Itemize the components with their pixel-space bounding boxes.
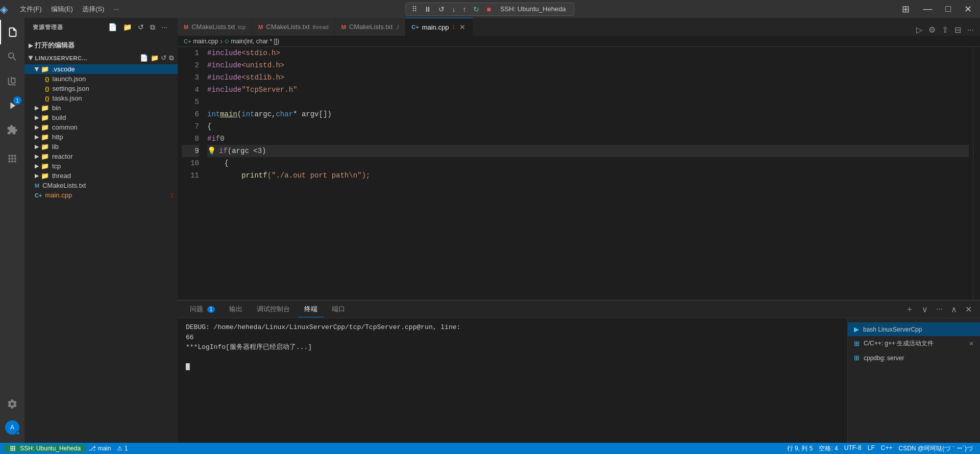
- tcp-folder-item[interactable]: ▶ 📁 tcp: [24, 161, 178, 171]
- remote-status[interactable]: SSH: Ubuntu_Heheda: [4, 445, 86, 452]
- code-content[interactable]: #include <stdio.h> #include <unistd.h> #…: [203, 47, 973, 300]
- output-tab[interactable]: 输出: [223, 301, 249, 317]
- git-branch[interactable]: ⎇ main: [86, 445, 114, 452]
- tab-cmake-thread[interactable]: M CMakeLists.txt thread: [252, 18, 335, 36]
- editor-scrollbar[interactable]: [973, 47, 980, 300]
- collapse-btn[interactable]: ⧉: [148, 22, 157, 33]
- run-activity-icon[interactable]: 1: [0, 93, 24, 118]
- build-folder-item[interactable]: ▶ 📁 build: [24, 113, 178, 122]
- debug-step-into-icon[interactable]: ↓: [450, 4, 457, 14]
- new-file-icon[interactable]: 📄: [140, 54, 149, 62]
- cmake-root-dir: ./: [396, 24, 399, 30]
- bash-session[interactable]: ▶ bash LinuxServerCpp: [848, 322, 980, 336]
- ports-tab[interactable]: 端口: [326, 301, 351, 317]
- close-button[interactable]: ✕: [958, 2, 978, 17]
- add-terminal-btn[interactable]: ＋: [903, 303, 916, 316]
- lib-folder-item[interactable]: ▶ 📁 lib: [24, 142, 178, 152]
- layout-button[interactable]: ⊞: [896, 2, 916, 17]
- reactor-folder-item[interactable]: ▶ 📁 reactor: [24, 152, 178, 161]
- settings-json-item[interactable]: {} settings.json: [24, 84, 178, 93]
- main-cpp-badge: 1: [170, 192, 174, 198]
- new-folder-icon[interactable]: 📁: [151, 54, 159, 62]
- refresh-btn[interactable]: ↺: [136, 22, 146, 33]
- new-file-btn[interactable]: 📄: [106, 22, 119, 33]
- maximize-panel-btn[interactable]: ∧: [949, 304, 959, 315]
- debug-step-out-icon[interactable]: ↑: [460, 4, 468, 14]
- open-editors-header[interactable]: ▶ 打开的编辑器: [24, 39, 178, 52]
- language-mode[interactable]: C++: [878, 444, 896, 453]
- vscode-folder-item[interactable]: ▶ 📁 .vscode: [24, 64, 178, 74]
- remote-activity-icon[interactable]: [0, 146, 24, 171]
- panel-tabs: 问题 1 输出 调试控制台 终端 端口 ＋ ∨ ···: [178, 300, 980, 318]
- main-cpp-close[interactable]: ✕: [458, 22, 467, 32]
- cmake-tab-icon-1: M: [184, 24, 188, 30]
- errors-warnings[interactable]: ⚠ 1: [114, 445, 131, 452]
- terminal-line-1: DEBUG: /home/heheda/Linux/LinuxServerCpp…: [186, 322, 839, 333]
- tab-cmake-root[interactable]: M CMakeLists.txt ./: [335, 18, 406, 36]
- vscode-logo: ◈: [0, 3, 8, 15]
- edit-menu[interactable]: 编辑(E): [47, 3, 77, 16]
- select-menu[interactable]: 选择(S): [78, 3, 108, 16]
- more-tab-actions[interactable]: ···: [965, 24, 976, 36]
- bin-folder-item[interactable]: ▶ 📁 bin: [24, 103, 178, 113]
- terminal-output[interactable]: DEBUG: /home/heheda/Linux/LinuxServerCpp…: [178, 318, 847, 443]
- debug-grid-icon[interactable]: ⠿: [410, 4, 419, 14]
- http-folder-item[interactable]: ▶ 📁 http: [24, 132, 178, 142]
- cursor-position[interactable]: 行 9, 列 5: [784, 444, 816, 453]
- collapse-icon[interactable]: ⧉: [169, 54, 174, 62]
- cmake-file-item[interactable]: M CMakeLists.txt: [24, 181, 178, 190]
- close-panel-btn[interactable]: ✕: [963, 304, 974, 315]
- upload-btn[interactable]: ⇪: [940, 24, 950, 36]
- run-file-btn[interactable]: ▷: [914, 24, 924, 36]
- split-editor-btn[interactable]: ⊟: [952, 24, 963, 36]
- breadcrumb: C+ main.cpp › ◇ main(int, char * []): [178, 36, 980, 47]
- line-ending[interactable]: LF: [865, 444, 878, 453]
- minimize-button[interactable]: —: [917, 2, 938, 16]
- include-str: <unistd.h>: [241, 59, 284, 71]
- cpp-build-session[interactable]: ⊞ C/C++: g++ 生成活动文件 ✕: [848, 336, 980, 351]
- more-menu[interactable]: ···: [109, 3, 123, 15]
- explorer-activity-icon[interactable]: [0, 20, 24, 44]
- tab-main-cpp[interactable]: C+ main.cpp 1 ✕: [405, 18, 473, 36]
- debug-session[interactable]: ⊞ cppdbg: server: [848, 351, 980, 365]
- extensions-activity-icon[interactable]: [0, 118, 24, 142]
- new-folder-btn[interactable]: 📁: [121, 22, 134, 33]
- main-cpp-item[interactable]: C+ main.cpp 1: [24, 190, 178, 200]
- thread-folder-item[interactable]: ▶ 📁 thread: [24, 171, 178, 181]
- sidebar-actions: 📄 📁 ↺ ⧉ ···: [106, 22, 169, 33]
- launch-json-item[interactable]: {} launch.json: [24, 74, 178, 84]
- cpp-build-close[interactable]: ✕: [969, 340, 974, 347]
- include-kw: #include: [207, 84, 241, 96]
- debug-pause-icon[interactable]: ⏸: [422, 4, 433, 14]
- tab-cmake-tcp[interactable]: M CMakeLists.txt tcp: [178, 18, 252, 36]
- settings-tab-btn[interactable]: ⚙: [926, 24, 938, 36]
- cmake-tab-icon-3: M: [341, 24, 346, 30]
- source-control-activity-icon[interactable]: [0, 69, 24, 93]
- more-actions-btn[interactable]: ···: [159, 22, 169, 33]
- debug-step-over-icon[interactable]: ↺: [436, 4, 447, 14]
- code-line-5: [207, 96, 969, 108]
- split-terminal-btn[interactable]: ∨: [920, 304, 930, 315]
- file-menu[interactable]: 文件(F): [16, 3, 46, 16]
- problems-tab[interactable]: 问题 1: [184, 301, 221, 317]
- more-panel-btn[interactable]: ···: [934, 304, 945, 315]
- encoding[interactable]: UTF-8: [841, 444, 865, 453]
- common-folder-item[interactable]: ▶ 📁 common: [24, 122, 178, 132]
- csdn-link[interactable]: CSDN @呵呵哒(づ｀ー´)づ: [895, 444, 976, 453]
- breadcrumb-function[interactable]: main(int, char * []): [231, 38, 279, 45]
- maximize-button[interactable]: □: [939, 2, 957, 16]
- indentation[interactable]: 空格: 4: [816, 444, 841, 453]
- settings-activity-icon[interactable]: [0, 392, 24, 416]
- breadcrumb-filename[interactable]: main.cpp: [193, 38, 218, 45]
- debug-console-tab[interactable]: 调试控制台: [251, 301, 296, 317]
- account-avatar[interactable]: A: [5, 420, 19, 435]
- debug-stop-icon[interactable]: ■: [484, 4, 493, 14]
- debug-session-icon: ⊞: [854, 354, 860, 362]
- debug-restart-icon[interactable]: ↻: [471, 4, 481, 14]
- cmake-icon: M: [35, 183, 39, 189]
- linuxserver-header[interactable]: ▶ LINUXSERVERC... 📄 📁 ↺ ⧉: [24, 52, 178, 64]
- terminal-tab[interactable]: 终端: [298, 301, 324, 317]
- tasks-json-item[interactable]: {} tasks.json: [24, 93, 178, 103]
- refresh-icon[interactable]: ↺: [161, 54, 167, 62]
- search-activity-icon[interactable]: [0, 44, 24, 69]
